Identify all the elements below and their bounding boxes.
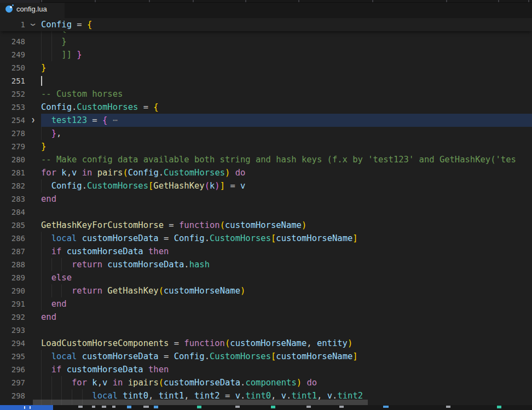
line-number[interactable]: 254: [0, 114, 25, 127]
code-line-291[interactable]: 291 end: [0, 297, 532, 311]
code-text[interactable]: [41, 74, 532, 87]
line-number[interactable]: 284: [0, 206, 25, 219]
code-line-296[interactable]: 296 if customHorseData then: [0, 363, 532, 376]
line-number[interactable]: 252: [0, 87, 25, 101]
code-line-284[interactable]: 284: [0, 206, 532, 219]
line-number[interactable]: 295: [0, 350, 25, 363]
code-text[interactable]: test123 = { ⋯: [41, 114, 532, 127]
code-token: [41, 233, 51, 243]
statusbar-icon-fragment: [271, 406, 275, 408]
line-number[interactable]: 280: [0, 153, 25, 166]
code-text[interactable]: return customHorseData.hash: [41, 258, 532, 271]
statusbar-icon-fragment: [112, 406, 115, 408]
code-text[interactable]: -- Custom horses: [41, 87, 532, 101]
fold-gutter: [25, 311, 41, 324]
line-number[interactable]: 247: [0, 31, 25, 35]
line-number[interactable]: 283: [0, 192, 25, 206]
code-text[interactable]: Config.CustomHorses = {: [41, 101, 532, 114]
code-text[interactable]: }: [41, 61, 532, 74]
code-line-292[interactable]: 292end: [0, 311, 532, 324]
code-text[interactable]: }: [41, 35, 532, 48]
code-line-254[interactable]: 254❯ test123 = { ⋯: [0, 114, 532, 127]
code-line-293[interactable]: 293: [0, 324, 532, 337]
code-line-290[interactable]: 290 return GetHashKey(customHorseName): [0, 284, 532, 297]
code-editor[interactable]: 1 ❯ Config = { 247 {248 }249 ]] }250}251…: [0, 18, 532, 410]
line-number[interactable]: 288: [0, 258, 25, 271]
code-line-286[interactable]: 286 local customHorseData = Config.Custo…: [0, 232, 532, 245]
code-token: entity: [317, 338, 348, 348]
sticky-scroll-header[interactable]: 1 ❯ Config = {: [0, 18, 532, 31]
line-number[interactable]: 248: [0, 35, 25, 48]
code-line-252[interactable]: 252-- Custom horses: [0, 87, 532, 101]
code-line-249[interactable]: 249 ]] }: [0, 48, 532, 61]
line-number[interactable]: 289: [0, 271, 25, 284]
code-line-250[interactable]: 250}: [0, 61, 532, 74]
fold-chevron-down-icon[interactable]: ❯: [25, 18, 41, 31]
code-line-283[interactable]: 283end: [0, 192, 532, 206]
line-number[interactable]: 251: [0, 74, 25, 87]
line-number[interactable]: 281: [0, 166, 25, 179]
code-text[interactable]: GetHashKeyForCustomHorse = function(cust…: [41, 219, 532, 232]
line-number[interactable]: 296: [0, 363, 25, 376]
line-number[interactable]: 293: [0, 324, 25, 337]
line-number[interactable]: 297: [0, 376, 25, 389]
code-line-294[interactable]: 294LoadCustomHorseComponents = function(…: [0, 337, 532, 350]
code-text[interactable]: for k,v in ipairs(customHorseData.compon…: [41, 376, 532, 389]
indent-guide: [51, 48, 52, 61]
line-number[interactable]: 282: [0, 179, 25, 192]
code-line-251[interactable]: 251: [0, 74, 532, 87]
code-line-280[interactable]: 280-- Make config data available both st…: [0, 153, 532, 166]
code-line-295[interactable]: 295 local customHorseData = Config.Custo…: [0, 350, 532, 363]
code-line-288[interactable]: 288 return customHorseData.hash: [0, 258, 532, 271]
code-text[interactable]: [41, 206, 532, 219]
code-text[interactable]: -- Make config data available both strin…: [41, 153, 532, 166]
code-line-282[interactable]: 282 Config.CustomHorses[GetHashKey(k)] =…: [0, 179, 532, 192]
code-text[interactable]: end: [41, 297, 532, 311]
line-number[interactable]: 249: [0, 48, 25, 61]
code-text[interactable]: else: [41, 271, 532, 284]
code-line-247[interactable]: 247 {: [0, 31, 532, 35]
code-line-285[interactable]: 285GetHashKeyForCustomHorse = function(c…: [0, 219, 532, 232]
code-text[interactable]: {: [41, 31, 532, 35]
code-text[interactable]: LoadCustomHorseComponents = function(cus…: [41, 337, 532, 350]
code-token: customHorseData: [164, 378, 240, 388]
line-number[interactable]: 278: [0, 127, 25, 140]
line-number[interactable]: 279: [0, 140, 25, 153]
line-number[interactable]: 287: [0, 245, 25, 258]
folded-code-ellipsis[interactable]: ⋯: [113, 115, 118, 125]
code-line-278[interactable]: 278 },: [0, 127, 532, 140]
code-text[interactable]: end: [41, 192, 532, 206]
line-number[interactable]: 291: [0, 297, 25, 311]
remote-indicator[interactable]: [0, 405, 53, 410]
code-text[interactable]: return GetHashKey(customHorseName): [41, 284, 532, 297]
code-text[interactable]: if customHorseData then: [41, 245, 532, 258]
line-number[interactable]: 290: [0, 284, 25, 297]
code-text[interactable]: local customHorseData = Config.CustomHor…: [41, 232, 532, 245]
line-number[interactable]: 292: [0, 311, 25, 324]
line-number[interactable]: 294: [0, 337, 25, 350]
code-text[interactable]: },: [41, 127, 532, 140]
fold-chevron-right-icon[interactable]: ❯: [25, 114, 41, 127]
line-number[interactable]: 285: [0, 219, 25, 232]
code-text[interactable]: local customHorseData = Config.CustomHor…: [41, 350, 532, 363]
code-line-253[interactable]: 253Config.CustomHorses = {: [0, 101, 532, 114]
line-number[interactable]: 286: [0, 232, 25, 245]
code-text[interactable]: }: [41, 140, 532, 153]
code-text[interactable]: [41, 324, 532, 337]
code-text[interactable]: Config.CustomHorses[GetHashKey(k)] = v: [41, 179, 532, 192]
code-text[interactable]: end: [41, 311, 532, 324]
horizontal-scrollbar[interactable]: [0, 400, 532, 405]
code-line-287[interactable]: 287 if customHorseData then: [0, 245, 532, 258]
code-line-297[interactable]: 297 for k,v in ipairs(customHorseData.co…: [0, 376, 532, 389]
code-line-281[interactable]: 281for k,v in pairs(Config.CustomHorses)…: [0, 166, 532, 179]
code-line-279[interactable]: 279}: [0, 140, 532, 153]
code-text[interactable]: if customHorseData then: [41, 363, 532, 376]
line-number[interactable]: 253: [0, 101, 25, 114]
code-line-289[interactable]: 289 else: [0, 271, 532, 284]
code-text[interactable]: for k,v in pairs(Config.CustomHorses) do: [41, 166, 532, 179]
horizontal-scrollbar-slider[interactable]: [33, 400, 368, 405]
indent-guide: [51, 35, 52, 48]
line-number[interactable]: 250: [0, 61, 25, 74]
code-text[interactable]: ]] }: [41, 48, 532, 61]
code-line-248[interactable]: 248 }: [0, 35, 532, 48]
